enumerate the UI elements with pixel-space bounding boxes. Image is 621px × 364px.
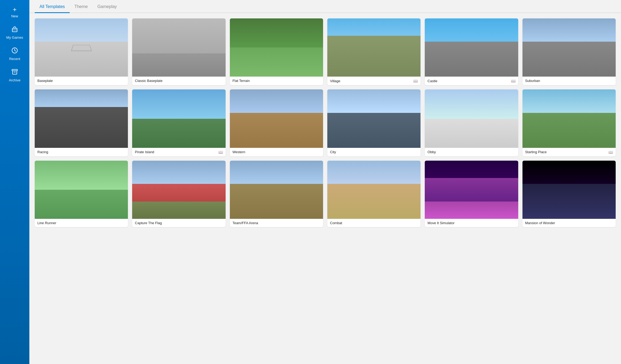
template-line-runner[interactable]: Line Runner (35, 161, 128, 227)
template-city-thumb (327, 89, 420, 148)
template-mansion-label: Mansion of Wonder (525, 221, 555, 225)
book-icon-starting: 📖 (608, 150, 613, 154)
template-combat-footer: Combat (327, 219, 420, 227)
book-icon-pirate: 📖 (218, 150, 223, 154)
template-suburban-thumb (522, 18, 616, 77)
svg-rect-6 (13, 71, 17, 74)
template-starting-label: Starting Place (525, 150, 547, 154)
template-line-runner-thumb (35, 161, 128, 219)
template-combat-thumb (327, 161, 420, 219)
book-icon-castle: 📖 (511, 79, 516, 83)
template-ctf-label: Capture The Flag (135, 221, 162, 225)
template-suburban-footer: Suburban (522, 77, 616, 85)
template-flat-terrain-thumb (230, 18, 323, 77)
template-classic-baseplate-footer: Classic Baseplate (132, 77, 225, 85)
template-line-runner-footer: Line Runner (35, 219, 128, 227)
template-classic-baseplate-thumb (132, 18, 225, 77)
template-flat-terrain-label: Flat Terrain (233, 79, 250, 83)
template-flat-terrain-footer: Flat Terrain (230, 77, 323, 85)
template-capture-the-flag[interactable]: Capture The Flag (132, 161, 225, 227)
template-baseplate-footer: Baseplate (35, 77, 128, 85)
template-castle-label: Castle (427, 79, 437, 83)
template-combat-label: Combat (330, 221, 342, 225)
tab-gameplay[interactable]: Gameplay (93, 0, 122, 13)
template-moveit-thumb (425, 161, 518, 219)
template-ffa-footer: Team/FFA Arena (230, 219, 323, 227)
template-move-it-simulator[interactable]: Move It Simulator (425, 161, 518, 227)
template-classic-baseplate[interactable]: Classic Baseplate (132, 18, 225, 85)
template-ctf-thumb (132, 161, 225, 219)
sidebar-item-new-label: New (11, 14, 18, 18)
template-city-footer: City (327, 148, 420, 156)
template-ffa-label: Team/FFA Arena (233, 221, 258, 225)
template-line-runner-label: Line Runner (37, 221, 56, 225)
plus-icon: + (13, 6, 17, 13)
main-content: All Templates Theme Gameplay Baseplate C… (29, 0, 621, 364)
template-western-thumb (230, 89, 323, 148)
template-village-thumb (327, 18, 420, 77)
svg-line-4 (15, 50, 16, 51)
template-ffa-thumb (230, 161, 323, 219)
template-racing-thumb (35, 89, 128, 148)
template-pirate-island[interactable]: Pirate Island 📖 (132, 89, 225, 156)
template-pirate-thumb (132, 89, 225, 148)
template-ctf-footer: Capture The Flag (132, 219, 225, 227)
template-racing-footer: Racing (35, 148, 128, 156)
template-suburban[interactable]: Suburban (522, 18, 616, 85)
template-baseplate[interactable]: Baseplate (35, 18, 128, 85)
sidebar-item-my-games[interactable]: My Games (0, 22, 29, 43)
template-starting-place[interactable]: Starting Place 📖 (522, 89, 616, 156)
template-village-footer: Village 📖 (327, 77, 420, 85)
template-western-label: Western (233, 150, 245, 154)
template-pirate-label: Pirate Island (135, 150, 154, 154)
template-obby-label: Obby (427, 150, 436, 154)
sidebar: + New My Games Recent (0, 0, 29, 364)
template-racing-label: Racing (37, 150, 48, 154)
template-mansion-thumb (522, 161, 616, 219)
briefcase-icon (11, 26, 18, 34)
template-castle[interactable]: Castle 📖 (425, 18, 518, 85)
template-mansion-of-wonder[interactable]: Mansion of Wonder (522, 161, 616, 227)
template-starting-footer: Starting Place 📖 (522, 148, 616, 156)
template-castle-thumb (425, 18, 518, 77)
sidebar-item-archive[interactable]: Archive (0, 65, 29, 86)
sidebar-item-new[interactable]: + New (0, 3, 29, 22)
template-city[interactable]: City (327, 89, 420, 156)
archive-icon (11, 68, 18, 77)
template-western[interactable]: Western (230, 89, 323, 156)
template-castle-footer: Castle 📖 (425, 77, 518, 85)
template-mansion-footer: Mansion of Wonder (522, 219, 616, 227)
sidebar-item-recent[interactable]: Recent (0, 43, 29, 65)
template-baseplate-thumb (35, 18, 128, 77)
template-obby-footer: Obby (425, 148, 518, 156)
template-moveit-label: Move It Simulator (427, 221, 454, 225)
clock-icon (11, 47, 18, 56)
template-team-ffa-arena[interactable]: Team/FFA Arena (230, 161, 323, 227)
template-baseplate-label: Baseplate (37, 79, 53, 83)
template-western-footer: Western (230, 148, 323, 156)
template-obby[interactable]: Obby (425, 89, 518, 156)
template-classic-baseplate-label: Classic Baseplate (135, 79, 162, 83)
book-icon-village: 📖 (413, 79, 418, 83)
template-flat-terrain[interactable]: Flat Terrain (230, 18, 323, 85)
tab-all-templates[interactable]: All Templates (35, 0, 70, 13)
template-obby-thumb (425, 89, 518, 148)
template-racing[interactable]: Racing (35, 89, 128, 156)
template-suburban-label: Suburban (525, 79, 540, 83)
template-combat[interactable]: Combat (327, 161, 420, 227)
templates-grid-container: Baseplate Classic Baseplate Flat Terrain… (29, 13, 621, 364)
sidebar-item-archive-label: Archive (9, 78, 20, 82)
sidebar-item-recent-label: Recent (9, 57, 20, 61)
template-moveit-footer: Move It Simulator (425, 219, 518, 227)
template-pirate-footer: Pirate Island 📖 (132, 148, 225, 156)
template-city-label: City (330, 150, 336, 154)
templates-grid: Baseplate Classic Baseplate Flat Terrain… (35, 18, 616, 227)
template-village-label: Village (330, 79, 340, 83)
tab-theme[interactable]: Theme (70, 0, 93, 13)
tabs-bar: All Templates Theme Gameplay (29, 0, 621, 13)
sidebar-item-my-games-label: My Games (6, 35, 23, 39)
template-starting-thumb (522, 89, 616, 148)
template-village[interactable]: Village 📖 (327, 18, 420, 85)
